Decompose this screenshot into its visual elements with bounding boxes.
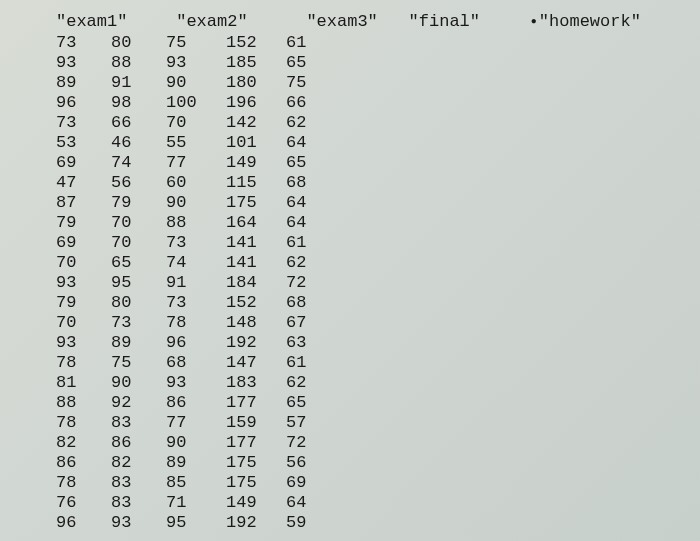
table-row: 93889318565 xyxy=(56,53,700,73)
cell-c0: 73 xyxy=(56,33,111,53)
cell-c0: 88 xyxy=(56,393,111,413)
bullet-icon: ● xyxy=(531,16,537,27)
cell-c4: 67 xyxy=(286,313,336,333)
cell-c3: 180 xyxy=(226,73,286,93)
cell-c4: 66 xyxy=(286,93,336,113)
cell-c2: 90 xyxy=(166,73,226,93)
header-row: "exam1" "exam2" "exam3" "final" ●"homewo… xyxy=(56,12,700,31)
cell-c1: 65 xyxy=(111,253,166,273)
header-exam1: "exam1" xyxy=(56,12,166,31)
cell-c2: 70 xyxy=(166,113,226,133)
cell-c0: 78 xyxy=(56,353,111,373)
table-row: 70737814867 xyxy=(56,313,700,333)
cell-c1: 98 xyxy=(111,93,166,113)
cell-c3: 185 xyxy=(226,53,286,73)
cell-c1: 86 xyxy=(111,433,166,453)
table-row: 93899619263 xyxy=(56,333,700,353)
cell-c3: 164 xyxy=(226,213,286,233)
cell-c0: 96 xyxy=(56,513,111,533)
table-row: 69747714965 xyxy=(56,153,700,173)
cell-c3: 148 xyxy=(226,313,286,333)
table-row: 73667014262 xyxy=(56,113,700,133)
cell-c2: 100 xyxy=(166,93,226,113)
cell-c0: 70 xyxy=(56,313,111,333)
cell-c4: 65 xyxy=(286,153,336,173)
cell-c0: 86 xyxy=(56,453,111,473)
cell-c4: 61 xyxy=(286,353,336,373)
cell-c1: 83 xyxy=(111,413,166,433)
cell-c2: 75 xyxy=(166,33,226,53)
cell-c4: 68 xyxy=(286,293,336,313)
table-row: 79708816464 xyxy=(56,213,700,233)
cell-c3: 152 xyxy=(226,293,286,313)
table-row: 969810019666 xyxy=(56,93,700,113)
header-homework-label: "homework" xyxy=(539,12,641,31)
cell-c0: 81 xyxy=(56,373,111,393)
cell-c2: 96 xyxy=(166,333,226,353)
cell-c2: 74 xyxy=(166,253,226,273)
cell-c4: 59 xyxy=(286,513,336,533)
cell-c3: 177 xyxy=(226,433,286,453)
cell-c2: 95 xyxy=(166,513,226,533)
header-final: "final" xyxy=(409,12,521,31)
cell-c0: 47 xyxy=(56,173,111,193)
table-row: 86828917556 xyxy=(56,453,700,473)
cell-c4: 64 xyxy=(286,213,336,233)
cell-c3: 192 xyxy=(226,333,286,353)
cell-c0: 87 xyxy=(56,193,111,213)
cell-c1: 95 xyxy=(111,273,166,293)
cell-c2: 89 xyxy=(166,453,226,473)
data-rows: 7380751526193889318565899190180759698100… xyxy=(56,33,700,533)
cell-c4: 57 xyxy=(286,413,336,433)
table-row: 78756814761 xyxy=(56,353,700,373)
cell-c4: 72 xyxy=(286,273,336,293)
cell-c1: 83 xyxy=(111,473,166,493)
cell-c0: 82 xyxy=(56,433,111,453)
table-row: 89919018075 xyxy=(56,73,700,93)
cell-c1: 93 xyxy=(111,513,166,533)
cell-c4: 64 xyxy=(286,133,336,153)
cell-c3: 175 xyxy=(226,473,286,493)
cell-c4: 61 xyxy=(286,33,336,53)
cell-c2: 73 xyxy=(166,233,226,253)
cell-c2: 85 xyxy=(166,473,226,493)
table-row: 78838517569 xyxy=(56,473,700,493)
cell-c1: 80 xyxy=(111,293,166,313)
cell-c4: 62 xyxy=(286,373,336,393)
header-exam3: "exam3" xyxy=(306,12,398,31)
table-row: 79807315268 xyxy=(56,293,700,313)
cell-c2: 91 xyxy=(166,273,226,293)
cell-c1: 74 xyxy=(111,153,166,173)
cell-c0: 93 xyxy=(56,333,111,353)
cell-c3: 142 xyxy=(226,113,286,133)
cell-c4: 68 xyxy=(286,173,336,193)
cell-c4: 62 xyxy=(286,253,336,273)
cell-c0: 69 xyxy=(56,233,111,253)
table-row: 47566011568 xyxy=(56,173,700,193)
cell-c1: 70 xyxy=(111,233,166,253)
cell-c4: 62 xyxy=(286,113,336,133)
cell-c1: 89 xyxy=(111,333,166,353)
cell-c3: 149 xyxy=(226,153,286,173)
cell-c0: 79 xyxy=(56,213,111,233)
cell-c1: 75 xyxy=(111,353,166,373)
cell-c3: 159 xyxy=(226,413,286,433)
cell-c3: 149 xyxy=(226,493,286,513)
cell-c0: 79 xyxy=(56,293,111,313)
cell-c0: 70 xyxy=(56,253,111,273)
cell-c0: 93 xyxy=(56,53,111,73)
cell-c0: 89 xyxy=(56,73,111,93)
cell-c0: 93 xyxy=(56,273,111,293)
cell-c2: 88 xyxy=(166,213,226,233)
cell-c2: 86 xyxy=(166,393,226,413)
table-row: 81909318362 xyxy=(56,373,700,393)
cell-c1: 70 xyxy=(111,213,166,233)
cell-c2: 77 xyxy=(166,413,226,433)
cell-c0: 53 xyxy=(56,133,111,153)
cell-c4: 72 xyxy=(286,433,336,453)
cell-c1: 66 xyxy=(111,113,166,133)
cell-c2: 77 xyxy=(166,153,226,173)
cell-c2: 93 xyxy=(166,373,226,393)
table-row: 96939519259 xyxy=(56,513,700,533)
cell-c1: 56 xyxy=(111,173,166,193)
